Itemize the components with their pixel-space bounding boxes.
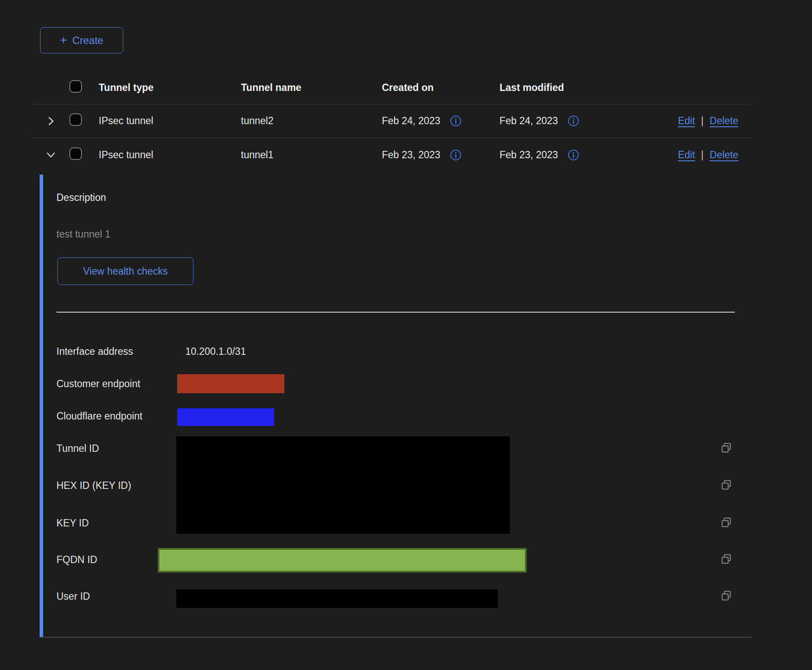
header-created-on: Created on [382,82,500,94]
delete-link[interactable]: Delete [710,115,738,127]
header-tunnel-type: Tunnel type [99,82,241,94]
info-icon[interactable] [568,115,579,127]
action-separator: | [701,115,704,127]
hex-id-label: HEX ID (KEY ID) [56,479,131,492]
create-button-label: Create [72,34,103,47]
view-health-checks-button[interactable]: View health checks [57,257,194,285]
edit-link[interactable]: Edit [678,115,695,127]
copy-icon[interactable] [720,590,733,603]
tunnel-type-cell: IPsec tunnel [99,149,241,161]
tunnel-name-cell: tunnel1 [241,149,382,161]
info-icon[interactable] [568,149,579,161]
last-modified-value: Feb 23, 2023 [500,149,558,161]
plus-icon: + [60,34,67,46]
copy-icon[interactable] [720,517,733,529]
last-modified-value: Feb 24, 2023 [500,115,558,127]
interface-address-value: 10.200.1.0/31 [185,345,246,357]
key-id-label: KEY ID [56,517,89,529]
delete-link[interactable]: Delete [710,149,738,161]
expanded-accent-bar [40,175,43,637]
interface-address-label: Interface address [56,345,133,357]
info-icon[interactable] [450,115,462,127]
row-checkbox[interactable] [69,113,82,126]
id-group-redaction [176,436,510,534]
panel-bottom-divider [41,637,752,638]
fqdn-id-label: FQDN ID [56,554,97,566]
tunnel-table: Tunnel type Tunnel name Created on Last … [32,72,752,172]
created-on-value: Feb 23, 2023 [382,149,440,161]
table-row-tunnel1: IPsec tunnel tunnel1 Feb 23, 2023 Feb 23… [32,138,752,172]
collapse-chevron-down-icon[interactable] [45,149,56,160]
table-header-row: Tunnel type Tunnel name Created on Last … [32,72,752,104]
user-id-redaction [176,589,498,608]
header-last-modified: Last modified [500,82,629,94]
info-icon[interactable] [450,149,462,161]
customer-endpoint-redaction [177,374,284,393]
created-on-value: Feb 24, 2023 [382,115,440,127]
create-button[interactable]: + Create [40,27,123,53]
copy-icon[interactable] [720,442,733,455]
select-all-checkbox[interactable] [69,80,82,93]
section-divider [56,312,735,313]
table-row-tunnel2: IPsec tunnel tunnel2 Feb 24, 2023 Feb 24… [32,104,752,138]
description-value: test tunnel 1 [56,228,110,240]
user-id-label: User ID [56,590,90,602]
description-label: Description [56,191,106,204]
cloudflare-endpoint-label: Cloudflare endpoint [56,410,142,422]
header-tunnel-name: Tunnel name [241,82,382,94]
tunnel-id-label: Tunnel ID [56,442,99,454]
tunnel-name-cell: tunnel2 [241,115,382,127]
customer-endpoint-label: Customer endpoint [56,378,140,390]
tunnel-type-cell: IPsec tunnel [99,115,241,127]
fqdn-id-redaction [158,548,527,573]
copy-icon[interactable] [720,553,733,566]
edit-link[interactable]: Edit [678,149,695,161]
row-checkbox[interactable] [69,147,82,160]
cloudflare-endpoint-redaction [177,408,274,426]
tunnel-detail-panel: Description test tunnel 1 View health ch… [0,175,812,640]
expand-chevron-right-icon[interactable] [45,116,56,127]
copy-icon[interactable] [720,479,733,492]
action-separator: | [701,149,704,161]
